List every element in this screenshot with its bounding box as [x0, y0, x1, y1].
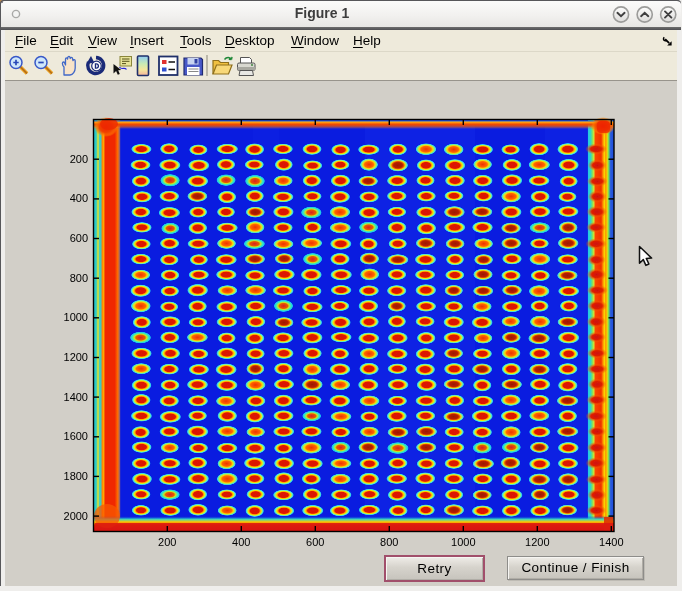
svg-text:1200: 1200 — [525, 536, 549, 548]
svg-text:1200: 1200 — [64, 351, 88, 363]
svg-text:800: 800 — [70, 272, 88, 284]
svg-text:400: 400 — [70, 192, 88, 204]
svg-text:600: 600 — [306, 536, 324, 548]
svg-text:1000: 1000 — [64, 311, 88, 323]
svg-text:1600: 1600 — [64, 430, 88, 442]
svg-text:400: 400 — [232, 536, 250, 548]
svg-text:200: 200 — [158, 536, 176, 548]
svg-text:1400: 1400 — [599, 536, 623, 548]
svg-text:200: 200 — [70, 153, 88, 165]
svg-text:1800: 1800 — [64, 470, 88, 482]
svg-text:2000: 2000 — [64, 510, 88, 522]
svg-text:1000: 1000 — [451, 536, 475, 548]
svg-text:600: 600 — [70, 232, 88, 244]
svg-text:800: 800 — [380, 536, 398, 548]
svg-text:1400: 1400 — [64, 391, 88, 403]
